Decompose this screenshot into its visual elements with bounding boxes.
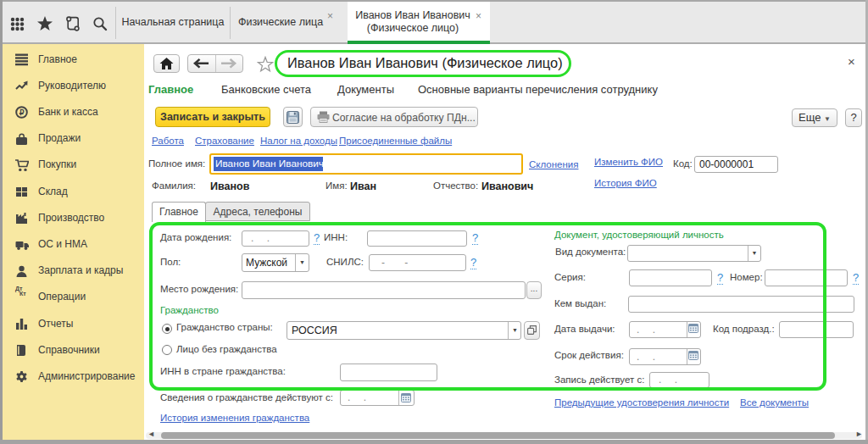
svg-text:₽: ₽ (19, 108, 25, 117)
